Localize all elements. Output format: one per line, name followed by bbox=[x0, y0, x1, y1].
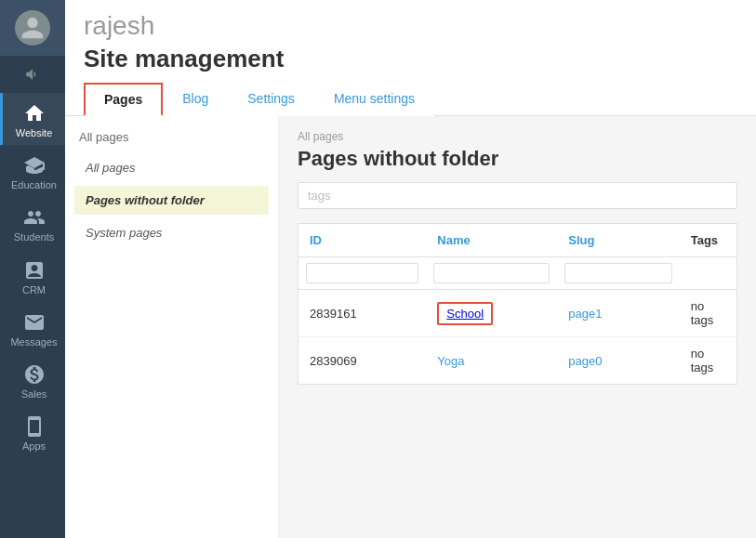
cell-name-2: Yoga bbox=[426, 337, 557, 385]
tab-pages[interactable]: Pages bbox=[84, 83, 163, 116]
col-name: Name bbox=[426, 224, 557, 257]
tab-blog[interactable]: Blog bbox=[163, 83, 228, 116]
tab-menu-settings[interactable]: Menu settings bbox=[314, 83, 434, 116]
table-row: 2839069 Yoga page0 no tags bbox=[298, 337, 737, 385]
table-row: 2839161 School page1 no tags bbox=[298, 290, 737, 337]
sound-toggle[interactable] bbox=[0, 56, 65, 93]
cell-slug-1: page1 bbox=[557, 290, 679, 337]
user-avatar-icon bbox=[20, 15, 46, 41]
sidebar-item-messages[interactable]: Messages bbox=[0, 302, 65, 354]
pages-table: ID Name Slug Tags 2839161 bbox=[298, 223, 737, 385]
sales-icon bbox=[23, 363, 46, 386]
filter-slug[interactable] bbox=[564, 263, 671, 283]
tab-settings[interactable]: Settings bbox=[228, 83, 314, 116]
avatar-container bbox=[0, 0, 65, 56]
folder-all-pages[interactable]: All pages bbox=[74, 153, 269, 182]
col-slug: Slug bbox=[557, 224, 679, 257]
main-content: rajesh Site management Pages Blog Settin… bbox=[65, 0, 756, 538]
sidebar-item-education[interactable]: Education bbox=[0, 145, 65, 197]
content-area: All pages All pages Pages without folder… bbox=[65, 116, 756, 538]
filter-id[interactable] bbox=[306, 263, 418, 283]
school-name-highlighted[interactable]: School bbox=[437, 302, 493, 325]
header: rajesh Site management bbox=[65, 0, 756, 83]
username: rajesh bbox=[84, 11, 737, 41]
messages-icon bbox=[23, 311, 46, 334]
avatar bbox=[15, 10, 50, 46]
sidebar-item-website[interactable]: Website bbox=[0, 93, 65, 145]
sound-icon bbox=[24, 66, 41, 83]
yoga-link[interactable]: Yoga bbox=[437, 354, 464, 368]
tags-filter[interactable]: tags bbox=[298, 182, 737, 209]
sidebar: Website Education Students CRM Messages … bbox=[0, 0, 65, 538]
crm-icon bbox=[23, 259, 46, 282]
cell-id-1: 2839161 bbox=[298, 290, 427, 337]
students-icon bbox=[23, 206, 46, 229]
cell-id-2: 2839069 bbox=[298, 337, 427, 385]
sidebar-item-students[interactable]: Students bbox=[0, 197, 65, 249]
apps-icon bbox=[23, 415, 46, 438]
col-tags: Tags bbox=[680, 224, 737, 257]
cell-name-1: School bbox=[426, 290, 557, 337]
filter-name[interactable] bbox=[433, 263, 550, 283]
page-title: Site management bbox=[84, 45, 737, 73]
slug-link-1[interactable]: page1 bbox=[568, 307, 602, 321]
panel-title: Pages without folder bbox=[298, 147, 737, 171]
right-panel: All pages Pages without folder tags ID N… bbox=[279, 116, 756, 538]
sidebar-item-sales[interactable]: Sales bbox=[0, 354, 65, 406]
tab-bar: Pages Blog Settings Menu settings bbox=[65, 83, 756, 116]
sidebar-item-crm[interactable]: CRM bbox=[0, 250, 65, 302]
cell-tags-1: no tags bbox=[680, 290, 737, 337]
folder-pages-without-folder[interactable]: Pages without folder bbox=[74, 186, 269, 215]
website-icon bbox=[23, 102, 46, 125]
breadcrumb: All pages bbox=[298, 130, 737, 143]
col-id: ID bbox=[298, 224, 427, 257]
folder-system-pages[interactable]: System pages bbox=[74, 218, 269, 247]
sidebar-item-apps[interactable]: Apps bbox=[0, 406, 65, 458]
all-pages-label: All pages bbox=[74, 130, 269, 144]
education-icon bbox=[23, 154, 46, 177]
slug-link-2[interactable]: page0 bbox=[568, 354, 602, 368]
cell-tags-2: no tags bbox=[680, 337, 737, 385]
school-link[interactable]: School bbox=[446, 307, 484, 321]
cell-slug-2: page0 bbox=[557, 337, 679, 385]
left-panel: All pages All pages Pages without folder… bbox=[65, 116, 279, 538]
